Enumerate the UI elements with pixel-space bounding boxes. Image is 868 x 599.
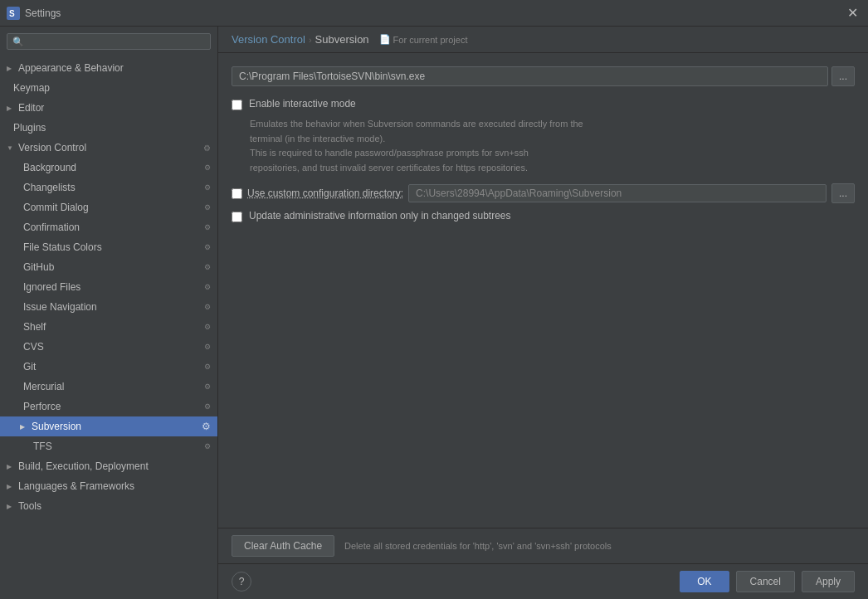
link-icon: ⚙ — [204, 382, 211, 391]
description-line2: terminal (in the interactive mode). — [250, 134, 385, 144]
link-icon: ⚙ — [204, 223, 211, 231]
sidebar-item-perforce[interactable]: Perforce ⚙ — [0, 397, 217, 416]
expand-icon: ▶ — [7, 65, 18, 72]
sidebar-item-git[interactable]: Git ⚙ — [0, 357, 217, 377]
interactive-mode-description: Emulates the behavior when Subversion co… — [250, 117, 855, 175]
sidebar-item-label: GitHub — [23, 261, 204, 273]
interactive-mode-label[interactable]: Enable interactive mode — [249, 98, 356, 110]
ok-button[interactable]: OK — [680, 571, 729, 592]
link-icon: ⚙ — [204, 343, 211, 351]
sidebar-item-label: Shelf — [23, 321, 204, 333]
expand-icon: ▶ — [7, 503, 18, 510]
description-line3: This is required to handle password/pass… — [250, 148, 529, 158]
sidebar-item-label: Git — [23, 361, 204, 373]
admin-info-row: Update administrative information only i… — [232, 210, 855, 222]
content-area: 🔍 ▶ Appearance & Behavior Keymap ▶ Edito… — [0, 27, 868, 599]
expand-arrow-icon: ▶ — [20, 423, 32, 431]
link-icon: ⚙ — [202, 421, 211, 432]
admin-info-label[interactable]: Update administrative information only i… — [249, 210, 511, 222]
expand-icon: ▼ — [7, 144, 18, 152]
title-bar-left: S Settings — [7, 7, 61, 20]
sidebar-item-file-status-colors[interactable]: File Status Colors ⚙ — [0, 237, 217, 257]
sidebar-item-editor[interactable]: ▶ Editor — [0, 98, 217, 118]
sidebar-item-mercurial[interactable]: Mercurial ⚙ — [0, 377, 217, 397]
sidebar-item-label: Tools — [18, 500, 41, 512]
config-browse-button[interactable]: ... — [831, 183, 855, 203]
sidebar-item-label: Changelists — [23, 182, 204, 193]
expand-icon: ▶ — [7, 105, 18, 112]
sidebar-item-version-control[interactable]: ▼ Version Control ⚙ — [0, 138, 217, 158]
sidebar-item-label: Plugins — [13, 122, 211, 134]
sidebar-item-label: Commit Dialog — [23, 202, 204, 213]
sidebar-item-label: CVS — [23, 341, 204, 353]
breadcrumb-project: 📄 For current project — [379, 34, 468, 45]
search-icon: 🔍 — [12, 37, 24, 47]
project-label: For current project — [393, 35, 468, 45]
sidebar-item-label: Subversion — [32, 421, 202, 432]
sidebar-item-label: Appearance & Behavior — [18, 62, 124, 74]
sidebar-item-label: Confirmation — [23, 222, 204, 233]
sidebar-item-subversion[interactable]: ▶ Subversion ⚙ — [0, 416, 217, 436]
sidebar-item-background[interactable]: Background ⚙ — [0, 158, 217, 178]
clear-auth-cache-button[interactable]: Clear Auth Cache — [232, 535, 334, 557]
help-button[interactable]: ? — [232, 572, 251, 592]
sidebar-item-tfs[interactable]: TFS ⚙ — [0, 436, 217, 456]
interactive-mode-checkbox[interactable] — [232, 100, 242, 110]
sidebar-item-confirmation[interactable]: Confirmation ⚙ — [0, 217, 217, 237]
sidebar-item-plugins[interactable]: Plugins — [0, 118, 217, 138]
link-icon: ⚙ — [204, 442, 211, 450]
apply-button[interactable]: Apply — [802, 571, 855, 592]
admin-info-checkbox[interactable] — [232, 212, 242, 222]
sidebar-item-label: Version Control — [18, 142, 86, 153]
cancel-button[interactable]: Cancel — [736, 571, 795, 592]
main-container: 🔍 ▶ Appearance & Behavior Keymap ▶ Edito… — [0, 27, 868, 599]
sidebar-item-tools[interactable]: ▶ Tools — [0, 496, 217, 516]
link-icon: ⚙ — [204, 243, 211, 251]
breadcrumb-version-control[interactable]: Version Control — [232, 33, 305, 46]
sidebar-item-changelists[interactable]: Changelists ⚙ — [0, 178, 217, 197]
delete-credentials-text: Delete all stored credentials for 'http'… — [344, 541, 855, 551]
close-button[interactable]: ✕ — [844, 5, 861, 22]
sidebar-item-keymap[interactable]: Keymap — [0, 78, 217, 98]
search-input[interactable] — [27, 36, 205, 47]
sidebar-item-cvs[interactable]: CVS ⚙ — [0, 337, 217, 357]
svn-path-row: ... — [232, 66, 855, 86]
panel-content: ... Enable interactive mode Emulates the… — [218, 53, 868, 528]
expand-icon: ▶ — [7, 463, 18, 470]
sidebar-item-issue-navigation[interactable]: Issue Navigation ⚙ — [0, 297, 217, 317]
sidebar-item-label: Mercurial — [23, 381, 204, 392]
settings-icon: ⚙ — [203, 144, 211, 153]
svg-text:S: S — [9, 9, 15, 18]
sidebar-item-label: Ignored Files — [23, 281, 204, 293]
sidebar-item-label: Issue Navigation — [23, 301, 204, 313]
breadcrumb: Version Control › Subversion 📄 For curre… — [218, 27, 868, 53]
svn-path-input[interactable] — [232, 66, 828, 86]
sidebar-item-languages[interactable]: ▶ Languages & Frameworks — [0, 476, 217, 496]
clear-auth-bar: Clear Auth Cache Delete all stored crede… — [218, 528, 868, 563]
project-icon: 📄 — [379, 34, 391, 45]
footer-bar: ? OK Cancel Apply — [218, 563, 868, 599]
link-icon: ⚙ — [204, 283, 211, 291]
sidebar-item-shelf[interactable]: Shelf ⚙ — [0, 317, 217, 337]
sidebar-item-github[interactable]: GitHub ⚙ — [0, 257, 217, 277]
sidebar-tree: ▶ Appearance & Behavior Keymap ▶ Editor … — [0, 56, 217, 599]
link-icon: ⚙ — [204, 203, 211, 212]
custom-config-path-input[interactable] — [408, 184, 827, 202]
sidebar-item-ignored-files[interactable]: Ignored Files ⚙ — [0, 277, 217, 297]
custom-config-checkbox[interactable] — [232, 188, 242, 199]
app-icon: S — [7, 7, 20, 20]
custom-config-label[interactable]: Use custom configuration directory: — [247, 187, 403, 199]
search-box[interactable]: 🔍 — [7, 33, 211, 50]
custom-config-row: Use custom configuration directory: ... — [232, 183, 855, 203]
sidebar-item-label: Perforce — [23, 401, 204, 412]
browse-button[interactable]: ... — [831, 66, 855, 86]
sidebar-item-appearance[interactable]: ▶ Appearance & Behavior — [0, 58, 217, 78]
sidebar-item-label: Background — [23, 162, 204, 173]
breadcrumb-separator: › — [309, 35, 312, 45]
link-icon: ⚙ — [204, 183, 211, 192]
sidebar-item-commit-dialog[interactable]: Commit Dialog ⚙ — [0, 197, 217, 217]
sidebar-item-build[interactable]: ▶ Build, Execution, Deployment — [0, 456, 217, 476]
sidebar-item-label: Keymap — [13, 82, 211, 94]
link-icon: ⚙ — [204, 303, 211, 311]
link-icon: ⚙ — [204, 163, 211, 172]
